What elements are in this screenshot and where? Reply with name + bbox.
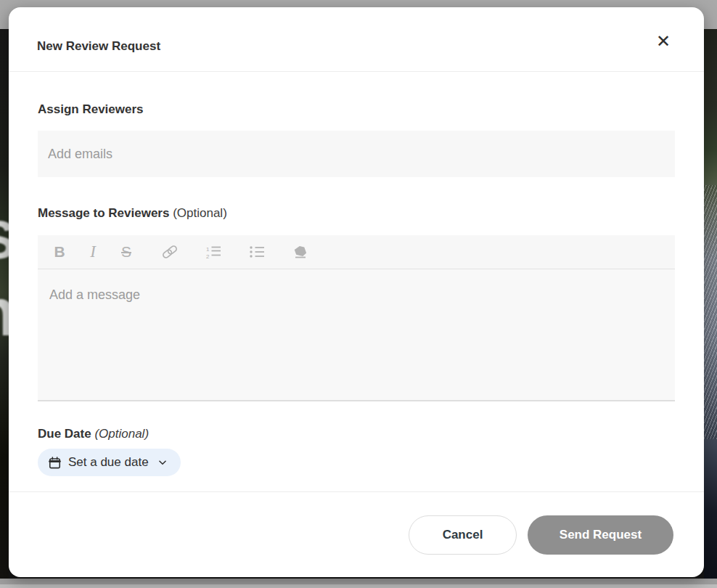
new-review-request-dialog: New Review Request ✕ Assign Reviewers Me… [9, 7, 704, 577]
backdrop-photo-left: S n [0, 29, 9, 579]
close-icon: ✕ [656, 31, 671, 51]
clear-formatting-icon [292, 243, 309, 261]
dialog-header: New Review Request ✕ [9, 7, 704, 72]
message-textarea[interactable] [38, 269, 675, 401]
reviewer-emails-input[interactable] [38, 131, 675, 177]
clear-formatting-button[interactable] [289, 240, 312, 264]
due-date-optional-text: (Optional) [94, 427, 149, 441]
strikethrough-button[interactable]: S [115, 240, 138, 264]
italic-button[interactable]: I [81, 240, 105, 264]
rich-text-toolbar: B I S [38, 235, 675, 269]
dialog-body: Assign Reviewers Message to Reviewers (O… [9, 72, 704, 491]
set-due-date-label: Set a due date [68, 455, 149, 470]
message-editor: B I S [38, 235, 675, 401]
ordered-list-button[interactable]: 1 2 [202, 240, 225, 264]
calendar-icon [48, 456, 62, 470]
pinstripe-suit-texture [704, 185, 717, 439]
assign-reviewers-label: Assign Reviewers [38, 102, 675, 117]
backdrop-text-fragment: S [0, 209, 9, 271]
backdrop-bottom-band [0, 579, 717, 588]
due-date-label-text: Due Date [38, 427, 91, 441]
close-button[interactable]: ✕ [653, 31, 673, 52]
message-label-text: Message to Reviewers [38, 206, 169, 220]
send-request-button[interactable]: Send Request [528, 515, 673, 555]
ordered-list-icon: 1 2 [205, 243, 222, 261]
chevron-down-icon [157, 457, 168, 467]
cancel-button[interactable]: Cancel [409, 515, 517, 555]
svg-text:2: 2 [206, 253, 210, 260]
dialog-footer: Cancel Send Request [9, 491, 704, 577]
bullet-list-button[interactable] [245, 240, 269, 264]
bullet-list-icon [248, 243, 266, 261]
due-date-label: Due Date (Optional) [38, 427, 675, 441]
bold-button[interactable]: B [48, 240, 71, 264]
strikethrough-icon: S [121, 243, 131, 261]
message-to-reviewers-label: Message to Reviewers (Optional) [38, 206, 675, 221]
backdrop-text-fragment: n [0, 274, 9, 351]
link-icon [161, 243, 179, 261]
italic-icon: I [90, 242, 96, 261]
bold-icon: B [54, 243, 65, 261]
message-optional-text: (Optional) [173, 206, 227, 220]
svg-text:1: 1 [206, 246, 210, 253]
backdrop-photo-right [704, 29, 717, 579]
dialog-title: New Review Request [37, 39, 160, 54]
link-button[interactable] [158, 240, 181, 264]
set-due-date-button[interactable]: Set a due date [38, 449, 181, 476]
